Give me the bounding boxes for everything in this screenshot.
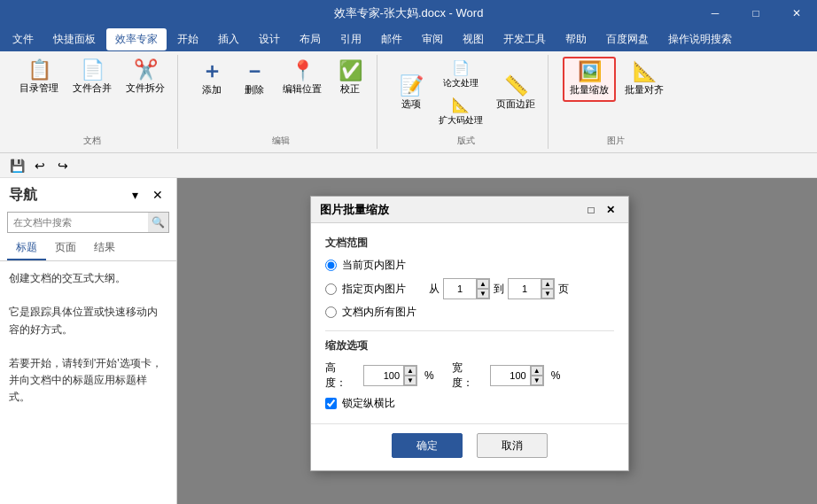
nav-tab-headings[interactable]: 标题 bbox=[7, 236, 46, 260]
radio-all-pages[interactable]: 文档内所有图片 bbox=[325, 305, 614, 320]
nav-hint-3: 若要开始，请转到'开始'选项卡，并向文档中的标题应用标题样式。 bbox=[9, 355, 167, 407]
zoom-options-label: 缩放选项 bbox=[325, 338, 614, 353]
split-icon: ✂️ bbox=[134, 60, 158, 80]
to-page-down[interactable]: ▼ bbox=[541, 289, 554, 299]
width-down[interactable]: ▼ bbox=[531, 376, 543, 385]
editpos-icon: 📍 bbox=[291, 61, 315, 81]
radio-current-page[interactable]: 当前页内图片 bbox=[325, 258, 614, 273]
radio-all-pages-label: 文档内所有图片 bbox=[342, 305, 416, 320]
menu-view[interactable]: 视图 bbox=[454, 28, 493, 50]
radio-specified-page-row: 指定页内图片 从 ▲ ▼ bbox=[325, 278, 614, 299]
ribbon-btn-batchalign[interactable]: 📐 批量对齐 bbox=[619, 58, 669, 100]
width-up[interactable]: ▲ bbox=[531, 366, 543, 376]
ribbon-btn-options[interactable]: 📝 选项 bbox=[392, 73, 431, 114]
menu-help[interactable]: 帮助 bbox=[556, 28, 595, 50]
merge-label: 文件合并 bbox=[73, 81, 112, 95]
to-page-input[interactable] bbox=[509, 279, 541, 299]
menu-ref[interactable]: 引用 bbox=[331, 28, 370, 50]
from-page-input[interactable] bbox=[444, 279, 476, 299]
menu-devtools[interactable]: 开发工具 bbox=[494, 28, 555, 50]
from-page-down[interactable]: ▼ bbox=[477, 289, 489, 299]
nav-tab-pages[interactable]: 页面 bbox=[46, 236, 85, 260]
from-page-up[interactable]: ▲ bbox=[477, 279, 489, 289]
save-button[interactable]: 💾 bbox=[7, 156, 27, 175]
from-page-spins: ▲ ▼ bbox=[476, 279, 489, 299]
menu-mail[interactable]: 邮件 bbox=[372, 28, 411, 50]
radio-specified-page[interactable]: 指定页内图片 bbox=[325, 282, 406, 297]
menu-insert[interactable]: 插入 bbox=[209, 28, 248, 50]
ribbon-btn-margin[interactable]: 📏 页面边距 bbox=[491, 73, 541, 114]
cancel-button[interactable]: 取消 bbox=[477, 433, 548, 458]
to-label: 到 bbox=[494, 282, 504, 297]
radio-current-page-input[interactable] bbox=[325, 260, 337, 271]
ribbon-btn-split[interactable]: ✂️ 文件拆分 bbox=[121, 57, 170, 98]
width-field: ▲ ▼ bbox=[490, 365, 544, 386]
height-up[interactable]: ▲ bbox=[404, 366, 416, 376]
navigation-panel: 导航 ▾ ✕ 🔍 标题 页面 结果 创建文档的交互式大纲。 它是跟踪具体位置或快… bbox=[0, 178, 177, 504]
dialog-overlay: 图片批量缩放 □ ✕ 文档范围 当前页内图片 bbox=[177, 178, 817, 504]
height-field: ▲ ▼ bbox=[363, 365, 417, 386]
nav-header-icons: ▾ ✕ bbox=[125, 185, 167, 205]
split-label: 文件拆分 bbox=[126, 81, 165, 95]
nav-close-icon[interactable]: ✕ bbox=[148, 185, 167, 205]
menu-search[interactable]: 操作说明搜索 bbox=[659, 28, 741, 50]
nav-tab-results[interactable]: 结果 bbox=[85, 236, 124, 260]
menu-start[interactable]: 开始 bbox=[168, 28, 207, 50]
menu-baidu[interactable]: 百度网盘 bbox=[597, 28, 657, 50]
ribbon-btn-batchzoom[interactable]: 🖼️ 批量缩放 bbox=[563, 57, 616, 102]
ribbon-btn-merge[interactable]: 📄 文件合并 bbox=[67, 57, 117, 98]
height-spins: ▲ ▼ bbox=[403, 366, 416, 385]
catalog-icon: 📋 bbox=[27, 60, 51, 80]
page-range: 从 ▲ ▼ 到 bbox=[429, 278, 569, 299]
lock-aspect-checkbox[interactable] bbox=[325, 398, 337, 409]
menu-review[interactable]: 审阅 bbox=[413, 28, 452, 50]
width-unit: % bbox=[551, 369, 561, 382]
ribbon-buttons-image: 🖼️ 批量缩放 📐 批量对齐 bbox=[563, 57, 669, 102]
close-button[interactable]: ✕ bbox=[776, 0, 817, 27]
ribbon-btn-correct[interactable]: ✅ 校正 bbox=[331, 58, 370, 99]
title-bar-controls: ─ □ ✕ bbox=[695, 0, 817, 27]
nav-search: 🔍 bbox=[7, 212, 169, 233]
ok-button[interactable]: 确定 bbox=[392, 433, 463, 458]
dialog-title-bar: 图片批量缩放 □ ✕ bbox=[311, 197, 628, 223]
ribbon-btn-paperproc[interactable]: 📄 论文处理 bbox=[434, 57, 487, 92]
dialog-minimize-icon[interactable]: □ bbox=[582, 201, 600, 219]
paperproc-icon: 📄 bbox=[452, 59, 470, 76]
menu-layout[interactable]: 布局 bbox=[291, 28, 330, 50]
nav-title: 导航 bbox=[9, 186, 37, 205]
ribbon-btn-catalog[interactable]: 📋 目录管理 bbox=[14, 57, 64, 98]
menu-efficiency[interactable]: 效率专家 bbox=[106, 28, 167, 50]
minimize-button[interactable]: ─ bbox=[695, 0, 735, 27]
dialog-close-icon[interactable]: ✕ bbox=[602, 201, 619, 219]
nav-chevron-icon[interactable]: ▾ bbox=[125, 185, 144, 205]
height-unit: % bbox=[424, 369, 434, 382]
radio-all-pages-input[interactable] bbox=[325, 306, 337, 318]
title-bar: 效率专家-张大妈.docx - Word ─ □ ✕ bbox=[0, 0, 817, 27]
menu-file[interactable]: 文件 bbox=[4, 28, 43, 50]
ribbon-btn-add[interactable]: ＋ 添加 bbox=[192, 57, 231, 100]
to-page-up[interactable]: ▲ bbox=[541, 279, 554, 289]
search-button[interactable]: 🔍 bbox=[148, 212, 169, 233]
search-input[interactable] bbox=[7, 212, 169, 233]
undo-button[interactable]: ↩ bbox=[30, 156, 50, 175]
restore-button[interactable]: □ bbox=[735, 0, 776, 27]
width-label: 宽度： bbox=[452, 361, 483, 391]
dialog-title-icons: □ ✕ bbox=[582, 201, 619, 219]
ribbon-btn-delete[interactable]: － 删除 bbox=[235, 57, 274, 100]
menu-quickpanel[interactable]: 快捷面板 bbox=[44, 28, 105, 50]
dialog-content: 文档范围 当前页内图片 指定页内图片 从 bbox=[311, 223, 628, 423]
width-input[interactable] bbox=[491, 366, 530, 385]
radio-specified-page-input[interactable] bbox=[325, 283, 337, 295]
redo-button[interactable]: ↪ bbox=[53, 156, 73, 175]
menu-design[interactable]: 设计 bbox=[250, 28, 289, 50]
height-input[interactable] bbox=[364, 366, 403, 385]
height-down[interactable]: ▼ bbox=[404, 376, 416, 385]
batchzoom-icon: 🖼️ bbox=[578, 62, 602, 81]
ribbon-btn-editpos[interactable]: 📍 编辑位置 bbox=[277, 58, 327, 99]
lock-aspect-row[interactable]: 锁定纵横比 bbox=[325, 396, 614, 411]
batchalign-icon: 📐 bbox=[633, 62, 657, 81]
to-page-field: ▲ ▼ bbox=[508, 278, 555, 299]
ribbon-btn-codespace[interactable]: 📐 扩大码处理 bbox=[434, 94, 487, 129]
batchalign-label: 批量对齐 bbox=[625, 83, 664, 97]
options-icon: 📝 bbox=[400, 76, 424, 96]
